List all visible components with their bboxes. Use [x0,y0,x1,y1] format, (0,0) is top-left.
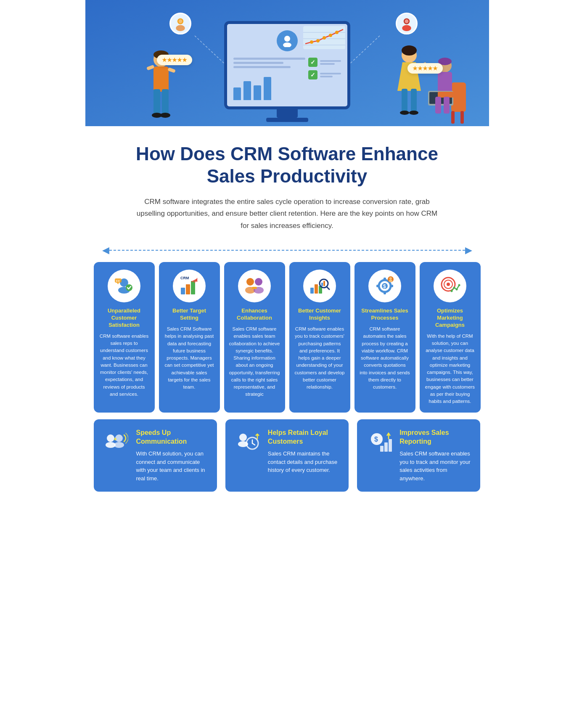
card-icon-circle-3 [238,270,271,302]
svg-rect-68 [321,283,323,286]
card-icon-circle-1: ★★ [108,270,140,302]
svg-point-24 [329,34,332,37]
svg-rect-30 [411,89,417,112]
svg-point-83 [451,290,453,292]
svg-marker-51 [116,283,119,284]
card-text-6: With the help of CRM solution, you can a… [425,333,476,405]
svg-point-12 [160,113,170,118]
divider-line [109,250,465,251]
svg-text:$: $ [383,283,386,289]
svg-rect-64 [315,284,318,294]
svg-point-59 [255,278,262,286]
bottom-cards-section: Speeds Up Communication With CRM solutio… [85,419,489,508]
svg-rect-62 [252,287,257,289]
monitor-display: ✓ ✓ [224,21,350,122]
svg-rect-40 [438,92,454,98]
card-better-target-setting: CRM Better Target Setting Sales CRM Soft… [159,262,220,413]
card-bottom-icon-2 [234,429,261,456]
svg-rect-42 [444,97,450,114]
svg-rect-74 [376,285,380,287]
card-bottom-title-2: Helps Retain Loyal Customers [268,429,340,446]
person-top-right [396,13,418,34]
svg-rect-13 [146,65,155,71]
card-icon-circle-2: CRM [173,270,206,302]
card-better-customer-insights: Better Customer Insights CRM software en… [289,262,350,413]
svg-rect-55 [191,281,195,294]
svg-rect-14 [167,67,176,73]
subtitle: CRM software integrates the entire sales… [136,196,439,233]
svg-point-22 [316,39,320,42]
svg-line-67 [327,287,329,289]
svg-rect-34 [451,82,466,112]
svg-rect-29 [402,89,407,112]
person-right [392,45,426,126]
arrow-right-icon: ▶ [465,245,472,256]
svg-rect-44 [460,111,464,124]
svg-rect-9 [153,89,160,114]
svg-rect-63 [310,288,314,294]
svg-point-78 [389,277,392,280]
top-cards-section: ★★ Unparalleled Customer Satisfaction CR… [85,262,489,419]
card-enhances-collaboration: Enhances Collaboration Sales CRM softwar… [224,262,285,413]
hero-section: ★★★★★ ★★★★★ [85,0,489,126]
svg-point-84 [453,287,455,289]
svg-point-4 [402,25,411,31]
card-title-3: Enhances Collaboration [229,307,280,322]
svg-point-27 [402,45,417,56]
svg-point-2 [178,19,182,23]
title-section: How Does CRM Software Enhance Sales Prod… [85,126,489,241]
svg-point-92 [239,434,247,441]
person-top-left [169,13,191,34]
svg-point-16 [283,42,291,47]
svg-point-82 [447,283,450,286]
card-streamlines-sales-processes: $ Streamlines Sales Processes CRM softwa… [354,262,415,413]
card-bottom-icon-3: $ [365,429,393,456]
svg-text:$: $ [374,436,378,443]
card-icon-circle-6 [434,270,466,302]
card-bottom-text-2: Sales CRM maintains the contact details … [268,450,340,474]
card-text-3: Sales CRM software enables sales team co… [229,326,280,398]
card-bottom-title-1: Speeds Up Communication [136,429,209,446]
svg-point-86 [458,284,460,286]
svg-rect-10 [162,89,169,114]
svg-rect-73 [384,291,386,294]
stars-badge-left: ★★★★★ [157,55,192,65]
card-speeds-up-communication: Speeds Up Communication With CRM solutio… [94,419,217,492]
svg-point-85 [456,289,458,291]
card-icon-circle-4 [303,270,336,302]
svg-point-58 [246,278,254,286]
card-unparalleled-customer-satisfaction: ★★ Unparalleled Customer Satisfaction CR… [94,262,155,413]
svg-rect-8 [153,66,169,92]
svg-point-90 [114,442,124,448]
svg-rect-69 [323,281,325,286]
svg-point-87 [107,434,114,442]
card-bottom-text-3: Sales CRM software enables you to track … [399,450,472,482]
svg-rect-72 [384,278,386,281]
stars-badge-right: ★★★★★ [407,63,443,74]
card-bottom-title-3: Improves Sales Reporting [399,429,472,446]
svg-point-89 [115,434,123,442]
card-text-2: Sales CRM Software helps in analysing pa… [164,326,215,391]
svg-point-5 [405,19,408,23]
svg-point-15 [284,36,290,42]
svg-point-1 [176,25,185,31]
card-title-2: Better Target Setting [164,307,215,322]
svg-rect-54 [186,284,190,294]
card-bottom-content-1: Speeds Up Communication With CRM solutio… [136,429,209,482]
card-helps-retain-loyal-customers: Helps Retain Loyal Customers Sales CRM m… [225,419,349,492]
svg-point-21 [310,40,313,44]
card-improves-sales-reporting: $ Improves Sales Reporting Sales CRM sof… [357,419,480,492]
svg-text:CRM: CRM [180,276,189,280]
svg-rect-41 [435,97,441,114]
svg-point-23 [323,36,326,40]
card-bottom-content-3: Improves Sales Reporting Sales CRM softw… [399,429,472,482]
card-text-5: CRM software automates the sales process… [360,326,410,391]
svg-point-79 [389,280,392,282]
svg-rect-53 [181,288,185,294]
card-title-1: Unparalleled Customer Satisfaction [99,307,150,329]
svg-rect-101 [384,442,388,452]
card-title-4: Better Customer Insights [294,307,345,322]
card-title-5: Streamlines Sales Processes [360,307,410,322]
svg-line-45 [195,36,228,67]
divider-section: ◀ ▶ [85,241,489,262]
